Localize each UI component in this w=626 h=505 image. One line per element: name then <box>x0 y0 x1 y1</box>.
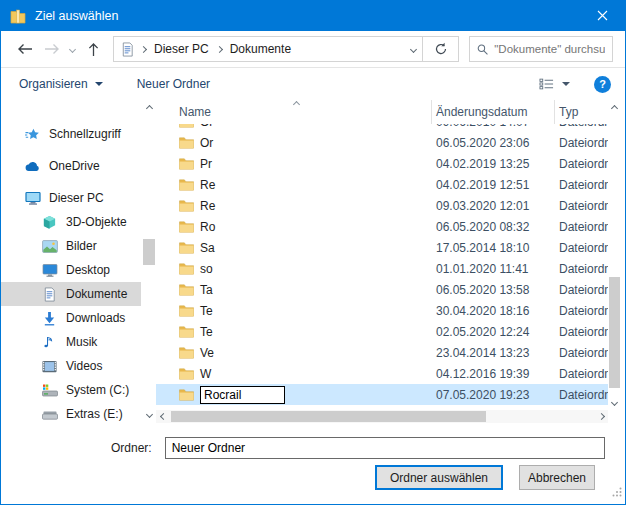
cube-3d-icon <box>42 214 59 230</box>
documents-icon <box>120 42 136 57</box>
search-icon <box>477 43 488 56</box>
file-list: Name Änderungsdatum Typ Or 09.06.2010 14… <box>156 100 625 424</box>
sidebar-item-3d-objekte[interactable]: 3D-Objekte <box>1 210 141 234</box>
help-icon[interactable]: ? <box>594 76 611 93</box>
file-row[interactable]: Sa 17.05.2014 18:10 Dateiordner <box>156 237 608 258</box>
titlebar: Ziel auswählen <box>1 1 625 31</box>
change-view-button[interactable] <box>539 78 570 90</box>
scroll-down-icon[interactable] <box>142 408 156 421</box>
file-row[interactable]: Re 09.03.2020 12:01 Dateiordner <box>156 195 608 216</box>
search-box[interactable] <box>469 36 613 62</box>
folder-icon <box>179 346 194 359</box>
select-folder-button[interactable]: Ordner auswählen <box>375 465 503 490</box>
sidebar-item-desktop[interactable]: Desktop <box>1 258 141 282</box>
scroll-left-icon[interactable] <box>156 410 170 423</box>
folder-icon <box>179 262 194 275</box>
folder-icon <box>179 325 194 338</box>
system-drive-icon <box>42 382 59 398</box>
quick-access-star-icon <box>25 126 42 142</box>
file-row[interactable]: Ta 06.05.2020 13:58 Dateiordner <box>156 279 608 300</box>
breadcrumb-separator-icon <box>216 45 223 52</box>
history-dropdown-chevron-icon[interactable] <box>65 36 80 62</box>
close-button[interactable] <box>579 1 625 30</box>
list-view-icon <box>539 78 554 90</box>
sidebar-item-videos[interactable]: Videos <box>1 354 141 378</box>
file-row[interactable]: Re 04.02.2019 12:51 Dateiordner <box>156 174 608 195</box>
breadcrumb-documents[interactable]: Dokumente <box>223 42 298 56</box>
dialog-folder-icon <box>10 9 26 24</box>
refresh-button[interactable] <box>423 36 459 62</box>
scrollbar-thumb[interactable] <box>171 411 486 422</box>
sidebar-item-dokumente[interactable]: Dokumente <box>1 282 141 306</box>
folder-icon <box>179 124 194 128</box>
back-button[interactable] <box>11 36 38 62</box>
sidebar-item-bilder[interactable]: Bilder <box>1 234 141 258</box>
folder-icon <box>179 367 194 380</box>
window-title: Ziel auswählen <box>35 9 118 23</box>
new-folder-button[interactable]: Neuer Ordner <box>137 77 210 91</box>
folder-icon <box>179 283 194 296</box>
dialog-footer: Ordner: Ordner auswählen Abbrechen <box>1 424 625 504</box>
scrollbar-thumb[interactable] <box>143 239 155 265</box>
sidebar-item-schnellzugriff[interactable]: Schnellzugriff <box>1 122 141 146</box>
file-row[interactable]: so 01.01.2020 11:41 Dateiordner <box>156 258 608 279</box>
column-header-type[interactable]: Typ <box>554 100 608 124</box>
organize-dropdown-caret-icon <box>95 82 103 86</box>
scroll-up-icon[interactable] <box>142 102 156 115</box>
file-row[interactable]: Pr 04.02.2019 13:25 Dateiordner <box>156 153 608 174</box>
folder-icon <box>179 136 194 149</box>
sidebar-scrollbar[interactable] <box>142 102 156 421</box>
file-row[interactable]: Te 30.04.2020 18:16 Dateiordner <box>156 300 608 321</box>
file-row[interactable]: W 04.12.2016 19:39 Dateiordner <box>156 363 608 384</box>
column-headers: Name Änderungsdatum Typ <box>156 100 625 124</box>
folder-name-label: Ordner: <box>111 441 152 455</box>
drive-icon <box>42 406 59 422</box>
resize-grip-icon[interactable] <box>612 483 622 501</box>
organize-menu-button[interactable]: Organisieren <box>19 77 103 91</box>
folder-icon <box>179 220 194 233</box>
pictures-icon <box>42 238 59 254</box>
desktop-icon <box>42 262 59 278</box>
sidebar-item-onedrive[interactable]: OneDrive <box>1 154 141 178</box>
forward-button[interactable] <box>38 36 65 62</box>
cancel-button[interactable]: Abbrechen <box>519 465 595 490</box>
rename-folder-input[interactable] <box>200 386 285 404</box>
select-destination-dialog: Ziel auswählen Dieser PC Dokumente <box>0 0 626 505</box>
address-breadcrumb[interactable]: Dieser PC Dokumente <box>113 36 423 62</box>
vertical-scrollbar[interactable] <box>608 102 621 409</box>
scroll-up-icon[interactable] <box>608 102 621 115</box>
column-header-date[interactable]: Änderungsdatum <box>431 100 554 124</box>
this-pc-monitor-icon <box>25 190 42 206</box>
sidebar-item-system-c-[interactable]: System (C:) <box>1 378 141 402</box>
scroll-right-icon[interactable] <box>594 410 608 423</box>
breadcrumb-this-pc[interactable]: Dieser PC <box>147 42 216 56</box>
search-input[interactable] <box>494 43 605 55</box>
file-row[interactable]: Te 02.05.2020 12:24 Dateiordner <box>156 321 608 342</box>
documents-icon <box>42 286 59 302</box>
horizontal-scrollbar[interactable] <box>156 410 608 423</box>
file-row[interactable]: Or 06.05.2020 23:06 Dateiordner <box>156 132 608 153</box>
sort-ascending-icon <box>294 96 299 110</box>
sidebar-item-dieser-pc[interactable]: Dieser PC <box>1 186 141 210</box>
sidebar-item-downloads[interactable]: Downloads <box>1 306 141 330</box>
sidebar-item-musik[interactable]: Musik <box>1 330 141 354</box>
column-header-name[interactable]: Name <box>156 105 431 119</box>
sidebar-item-extras-e-[interactable]: Extras (E:) <box>1 402 141 426</box>
scrollbar-thumb[interactable] <box>609 277 620 388</box>
folder-icon <box>179 304 194 317</box>
file-row[interactable]: Ve 23.04.2014 13:23 Dateiordner <box>156 342 608 363</box>
navigation-bar: Dieser PC Dokumente <box>1 31 625 67</box>
up-button[interactable] <box>80 36 107 62</box>
scroll-down-icon[interactable] <box>608 396 621 409</box>
breadcrumb-separator-icon <box>140 45 147 52</box>
file-row[interactable]: Ro 06.05.2020 08:32 Dateiordner <box>156 216 608 237</box>
address-dropdown-chevron-icon[interactable] <box>410 45 417 52</box>
onedrive-cloud-icon <box>25 158 42 174</box>
file-rows: Or 09.06.2010 14:07 Dateiordner Or 06.05… <box>156 124 608 410</box>
view-dropdown-caret-icon <box>562 82 570 86</box>
videos-film-icon <box>42 358 59 374</box>
folder-name-input[interactable] <box>165 437 605 459</box>
file-row[interactable]: Or 09.06.2010 14:07 Dateiordner <box>156 124 608 132</box>
file-row-editing[interactable]: 07.05.2020 19:23 Dateiordner <box>156 384 608 405</box>
downloads-arrow-icon <box>42 310 59 326</box>
